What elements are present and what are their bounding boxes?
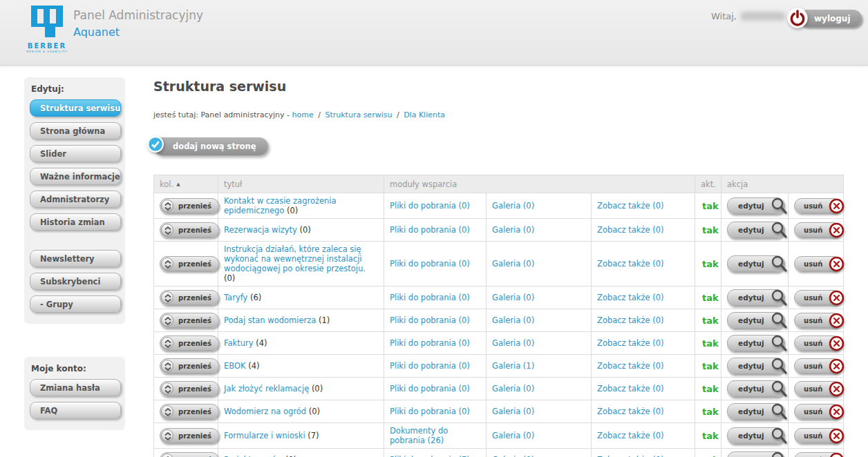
page-title-link[interactable]: EBOK xyxy=(224,361,246,371)
files-link[interactable]: Pliki do pobrania (0) xyxy=(390,384,470,393)
table-row: przenieśTaryfy (6)Pliki do pobrania (0)G… xyxy=(154,286,844,309)
delete-button[interactable]: usuń xyxy=(794,358,841,373)
sidebar-item[interactable]: Ważne informacje xyxy=(30,168,121,185)
files-link[interactable]: Dokumenty do pobrania (26) xyxy=(390,426,448,445)
move-button[interactable]: przenieś xyxy=(160,358,219,373)
see-also-link[interactable]: Zobacz także (0) xyxy=(597,431,664,440)
move-button[interactable]: przenieś xyxy=(160,428,219,443)
move-button[interactable]: przenieś xyxy=(160,404,219,419)
edit-button[interactable]: edytuj xyxy=(727,335,784,351)
column-header-tytul: tytuł xyxy=(218,175,384,193)
delete-button[interactable]: usuń xyxy=(794,428,841,443)
gallery-link[interactable]: Galeria (0) xyxy=(492,259,534,269)
move-button[interactable]: przenieś xyxy=(160,222,219,237)
gallery-link[interactable]: Galeria (0) xyxy=(492,293,534,302)
sidebar-item[interactable]: Struktura serwisu xyxy=(30,99,121,117)
gallery-link[interactable]: Galeria (0) xyxy=(492,384,534,393)
move-button[interactable]: przenieś xyxy=(160,452,219,457)
sidebar-item[interactable]: FAQ xyxy=(30,402,121,419)
files-link[interactable]: Pliki do pobrania (0) xyxy=(390,361,470,371)
delete-button[interactable]: usuń xyxy=(794,381,841,396)
sidebar-item[interactable]: Strona główna xyxy=(30,122,121,139)
page-title-link[interactable]: Podaj stan wodomierza xyxy=(224,315,316,325)
files-link[interactable]: Pliki do pobrania (0) xyxy=(390,293,470,302)
page-title-link[interactable]: Instrukcja działań, które zaleca się wyk… xyxy=(224,244,366,273)
gallery-link[interactable]: Galeria (1) xyxy=(492,361,534,371)
files-link[interactable]: Pliki do pobrania (0) xyxy=(390,259,470,269)
see-also-link[interactable]: Zobacz także (0) xyxy=(597,384,664,393)
files-link[interactable]: Pliki do pobrania (0) xyxy=(390,407,470,416)
delete-button[interactable]: usuń xyxy=(794,222,841,237)
add-page-button[interactable]: dodaj nową stronę xyxy=(153,137,268,155)
edit-button[interactable]: edytuj xyxy=(727,358,784,374)
sidebar-item[interactable]: - Grupy xyxy=(30,295,121,313)
sidebar-item[interactable]: Zmiana hasła xyxy=(30,379,121,396)
page-title-link[interactable]: Wodomierz na ogród xyxy=(224,407,306,416)
page-title-link[interactable]: Jak złożyć reklamację xyxy=(224,384,309,393)
edit-button[interactable]: edytuj xyxy=(727,312,784,329)
sidebar-item[interactable]: Historia zmian xyxy=(30,213,121,231)
breadcrumb-link-struktura[interactable]: Struktura serwisu xyxy=(325,110,392,119)
delete-button[interactable]: usuń xyxy=(794,336,841,351)
edit-button[interactable]: edytuj xyxy=(727,403,784,420)
delete-x-icon xyxy=(829,198,845,214)
delete-button[interactable]: usuń xyxy=(794,256,841,271)
move-button[interactable]: przenieś xyxy=(160,198,219,213)
edit-button[interactable]: edytuj xyxy=(727,380,784,397)
files-link[interactable]: Pliki do pobrania (0) xyxy=(390,315,470,325)
edit-button[interactable]: edytuj xyxy=(727,427,784,444)
column-header-akt: akt. xyxy=(695,175,721,193)
subpage-count: (0) xyxy=(287,206,298,215)
breadcrumb-link-home[interactable]: home xyxy=(292,110,314,119)
edit-button[interactable]: edytuj xyxy=(727,451,784,457)
delete-button[interactable]: usuń xyxy=(794,198,841,213)
see-also-link[interactable]: Zobacz także (0) xyxy=(597,407,664,416)
see-also-link[interactable]: Zobacz także (0) xyxy=(597,293,664,302)
active-status: tak xyxy=(702,259,719,269)
edit-button[interactable]: edytuj xyxy=(727,222,784,238)
move-icon xyxy=(161,337,173,349)
gallery-link[interactable]: Galeria (0) xyxy=(492,201,534,211)
files-link[interactable]: Pliki do pobrania (0) xyxy=(390,225,470,235)
page-title-link[interactable]: Taryfy xyxy=(224,293,247,302)
delete-x-icon xyxy=(829,222,845,238)
sidebar-item[interactable]: Admnistratorzy xyxy=(30,191,121,208)
move-button[interactable]: przenieś xyxy=(160,336,219,351)
page-title-link[interactable]: Kontakt w czasie zagrożenia epidemiczneg… xyxy=(224,196,337,215)
see-also-link[interactable]: Zobacz także (0) xyxy=(597,361,664,371)
see-also-link[interactable]: Zobacz także (0) xyxy=(597,225,664,235)
power-icon[interactable] xyxy=(786,7,809,29)
gallery-link[interactable]: Galeria (0) xyxy=(492,225,534,235)
sidebar-item[interactable]: Slider xyxy=(30,145,121,162)
move-button[interactable]: przenieś xyxy=(160,381,219,396)
see-also-link[interactable]: Zobacz także (0) xyxy=(597,259,664,269)
edit-button[interactable]: edytuj xyxy=(727,197,784,214)
gallery-link[interactable]: Galeria (0) xyxy=(492,431,534,440)
column-header-kol[interactable]: kol.▲ xyxy=(154,175,218,193)
files-link[interactable]: Pliki do pobrania (0) xyxy=(390,338,470,348)
see-also-link[interactable]: Zobacz także (0) xyxy=(597,315,664,325)
move-button[interactable]: przenieś xyxy=(160,256,219,271)
gallery-link[interactable]: Galeria (0) xyxy=(492,407,534,416)
move-button[interactable]: przenieś xyxy=(160,313,219,328)
see-also-link[interactable]: Zobacz także (0) xyxy=(597,338,664,348)
delete-button[interactable]: usuń xyxy=(794,313,841,328)
sidebar-item[interactable]: Subskrybenci xyxy=(30,273,121,290)
page-title-link[interactable]: Rezerwacja wizyty xyxy=(224,225,297,235)
delete-x-icon xyxy=(829,256,845,272)
page-title-link[interactable]: Faktury xyxy=(224,338,254,348)
delete-button[interactable]: usuń xyxy=(794,290,841,305)
see-also-link[interactable]: Zobacz także (0) xyxy=(597,201,664,211)
edit-button[interactable]: edytuj xyxy=(727,289,784,306)
page-title-link[interactable]: Formularze i wnioski xyxy=(224,431,305,440)
greeting-label: Witaj, xyxy=(711,11,737,21)
edit-button[interactable]: edytuj xyxy=(727,255,784,272)
files-link[interactable]: Pliki do pobrania (0) xyxy=(390,201,470,211)
gallery-link[interactable]: Galeria (0) xyxy=(492,315,534,325)
sidebar-item[interactable]: Newslettery xyxy=(30,250,121,267)
move-button[interactable]: przenieś xyxy=(160,290,219,305)
delete-button[interactable]: usuń xyxy=(794,404,841,419)
breadcrumb-link-dla-klienta[interactable]: Dla Klienta xyxy=(404,110,445,119)
delete-button[interactable]: usuń xyxy=(794,452,841,457)
gallery-link[interactable]: Galeria (0) xyxy=(492,338,534,348)
